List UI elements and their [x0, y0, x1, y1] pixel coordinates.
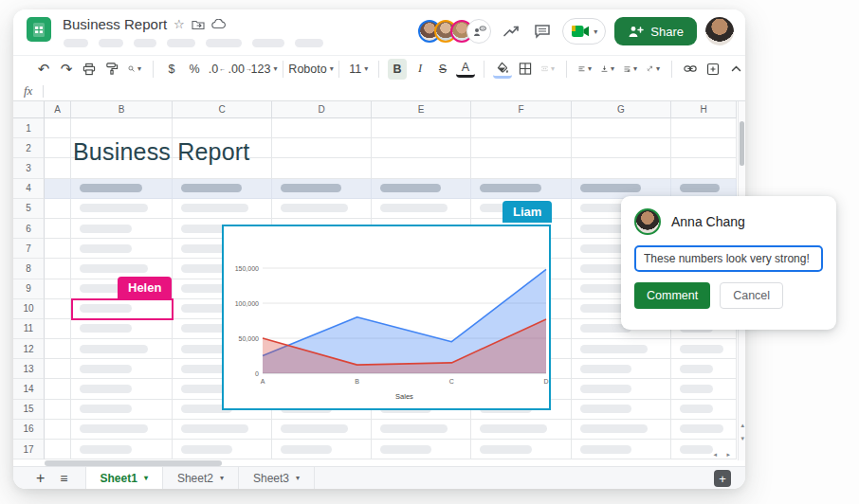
cell-H13[interactable]	[671, 359, 737, 379]
star-icon[interactable]: ☆	[174, 18, 185, 30]
row-header-15[interactable]: 15	[13, 400, 45, 420]
row-header-14[interactable]: 14	[13, 379, 45, 399]
sheet-tab-sheet1[interactable]: Sheet1▾	[85, 467, 163, 489]
cell-A14[interactable]	[45, 379, 71, 399]
cell-A15[interactable]	[45, 400, 71, 420]
row-header-12[interactable]: 12	[13, 339, 45, 359]
cell-E16[interactable]	[372, 420, 471, 440]
cell-B4[interactable]	[71, 179, 173, 199]
cell-A9[interactable]	[45, 279, 71, 299]
cell-H15[interactable]	[671, 400, 737, 420]
row-header-4[interactable]: 4	[13, 179, 45, 199]
fill-color-button[interactable]	[493, 59, 512, 79]
row-header-11[interactable]: 11	[13, 319, 45, 339]
cell-B17[interactable]	[71, 440, 173, 459]
all-sheets-menu-button[interactable]: ≡	[60, 471, 67, 486]
cell-A7[interactable]	[45, 239, 71, 259]
cell-D3[interactable]	[272, 158, 372, 178]
row-header-9[interactable]: 9	[13, 279, 45, 299]
cell-F17[interactable]	[471, 440, 572, 459]
menu-item-placeholder[interactable]	[167, 39, 195, 47]
cell-C1[interactable]	[173, 118, 272, 138]
increase-decimal-button[interactable]: .00→	[230, 59, 250, 80]
cell-F16[interactable]	[471, 420, 572, 440]
sheet-title-cell[interactable]: Business Report	[73, 138, 249, 166]
text-color-button[interactable]: A	[456, 60, 475, 78]
scroll-down-arrow[interactable]: ▾	[740, 435, 744, 441]
cell-D16[interactable]	[272, 420, 372, 440]
cell-A1[interactable]	[45, 118, 71, 138]
cell-H2[interactable]	[671, 138, 737, 158]
cell-G15[interactable]	[572, 400, 671, 420]
cell-E4[interactable]	[372, 179, 471, 199]
comment-text-input[interactable]	[634, 245, 823, 272]
explore-add-button[interactable]: +	[714, 470, 731, 487]
row-header-17[interactable]: 17	[13, 440, 45, 459]
vertical-align-menu[interactable]: ▾	[598, 59, 617, 80]
move-folder-icon[interactable]	[192, 19, 205, 30]
share-button[interactable]: Share	[614, 17, 697, 45]
cell-B16[interactable]	[71, 420, 173, 440]
cell-C5[interactable]	[173, 199, 272, 219]
column-header-B[interactable]: B	[71, 101, 173, 118]
column-header-A[interactable]: A	[45, 101, 71, 118]
cell-B15[interactable]	[71, 400, 173, 420]
cloud-saved-icon[interactable]	[211, 19, 226, 29]
cell-E2[interactable]	[372, 138, 471, 158]
undo-button[interactable]: ↶	[34, 59, 53, 80]
cell-A17[interactable]	[45, 440, 71, 459]
cell-H16[interactable]	[671, 420, 737, 440]
currency-button[interactable]: $	[162, 59, 181, 80]
cell-A10[interactable]	[45, 299, 71, 319]
cell-F4[interactable]	[471, 179, 572, 199]
helen-selected-cell[interactable]	[71, 298, 174, 320]
font-size-select[interactable]: 11▾	[348, 59, 370, 80]
cell-G3[interactable]	[572, 158, 671, 178]
number-format-menu[interactable]: 123▾	[254, 59, 275, 80]
cell-E17[interactable]	[372, 440, 471, 459]
cell-G2[interactable]	[572, 138, 671, 158]
row-header-10[interactable]: 10	[13, 299, 45, 319]
menu-item-placeholder[interactable]	[295, 39, 323, 47]
add-sheet-button[interactable]: +	[36, 470, 45, 487]
cell-H14[interactable]	[671, 379, 737, 399]
row-header-3[interactable]: 3	[13, 158, 45, 178]
cell-A5[interactable]	[45, 199, 71, 219]
row-header-7[interactable]: 7	[13, 239, 45, 259]
merge-cells-button[interactable]: ▾	[539, 59, 557, 80]
menu-item-placeholder[interactable]	[64, 39, 88, 47]
cell-F1[interactable]	[471, 118, 572, 138]
cell-D1[interactable]	[272, 118, 372, 138]
document-title[interactable]: Business Report	[63, 16, 167, 32]
cell-C4[interactable]	[173, 179, 272, 199]
cell-G14[interactable]	[572, 379, 671, 399]
cell-H3[interactable]	[671, 158, 737, 178]
cell-A4[interactable]	[45, 179, 71, 199]
column-header-H[interactable]: H	[671, 101, 737, 118]
cell-B7[interactable]	[71, 239, 173, 259]
cell-D17[interactable]	[272, 440, 372, 459]
follow-presence-icon[interactable]	[466, 19, 491, 44]
cell-A3[interactable]	[45, 158, 71, 178]
sheet-tab-sheet3[interactable]: Sheet3▾	[239, 467, 315, 489]
row-header-13[interactable]: 13	[13, 359, 45, 379]
bold-button[interactable]: B	[388, 59, 407, 80]
text-rotation-menu[interactable]: ▾	[644, 59, 663, 80]
activity-trend-icon[interactable]	[500, 20, 522, 43]
menu-item-placeholder[interactable]	[252, 39, 284, 47]
insert-comment-button[interactable]	[704, 59, 722, 80]
column-header-D[interactable]: D	[272, 101, 372, 118]
cell-E5[interactable]	[372, 199, 471, 219]
decrease-decimal-button[interactable]: .0←	[208, 59, 227, 80]
cell-A13[interactable]	[45, 359, 71, 379]
column-header-E[interactable]: E	[372, 101, 471, 118]
cell-A16[interactable]	[45, 420, 71, 440]
meet-call-button[interactable]: ▾	[562, 18, 606, 45]
cell-H12[interactable]	[671, 339, 737, 359]
menu-item-placeholder[interactable]	[206, 39, 242, 47]
row-header-1[interactable]: 1	[13, 118, 45, 138]
row-header-6[interactable]: 6	[13, 219, 45, 239]
cell-F3[interactable]	[471, 158, 572, 178]
cell-A2[interactable]	[45, 138, 71, 158]
strikethrough-button[interactable]: S	[433, 59, 452, 80]
